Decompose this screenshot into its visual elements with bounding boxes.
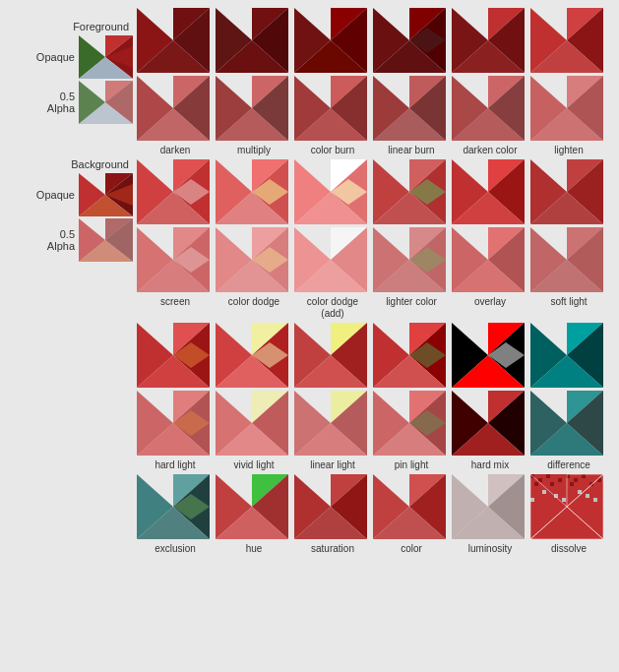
label-linearlight: linear light bbox=[310, 459, 355, 470]
blend-multiply bbox=[216, 8, 292, 75]
blend-row-group-2: screen color dodge color dodge (add) lig… bbox=[137, 159, 615, 323]
blend-screen-alpha bbox=[137, 227, 214, 294]
fg-opaque-arrow: fg opaque bbox=[79, 35, 133, 79]
blend-linearburn-alpha bbox=[373, 76, 450, 143]
bg-alpha-arrow bbox=[79, 218, 133, 262]
label-color: color bbox=[401, 543, 422, 554]
blend-overlay-alpha bbox=[452, 227, 528, 294]
label-vividlight: vivid light bbox=[233, 459, 274, 470]
blend-softlight-alpha bbox=[530, 227, 607, 294]
svg-rect-209 bbox=[589, 482, 593, 486]
label-hardmix: hard mix bbox=[471, 459, 509, 470]
label-dissolve: dissolve bbox=[551, 543, 587, 554]
svg-rect-215 bbox=[530, 498, 534, 502]
blend-darken bbox=[137, 8, 214, 75]
blend-hardlight-alpha bbox=[137, 391, 214, 458]
blend-row-group-4: exclusion hue saturation color luminosit… bbox=[137, 474, 615, 554]
label-colorburn: color burn bbox=[311, 145, 354, 155]
blend-lightercolor-alpha bbox=[373, 227, 450, 294]
label-hardlight: hard light bbox=[155, 459, 195, 470]
svg-rect-205 bbox=[566, 474, 570, 478]
svg-rect-204 bbox=[558, 478, 562, 482]
blend-overlay bbox=[452, 159, 528, 226]
label-difference: difference bbox=[547, 459, 590, 470]
blend-row-group-3: hard light vivid light linear light pin … bbox=[137, 323, 615, 474]
blend-colordodge-alpha bbox=[216, 227, 292, 294]
blend-linearlight bbox=[294, 323, 371, 390]
svg-rect-214 bbox=[586, 494, 589, 498]
label-screen: screen bbox=[160, 296, 190, 307]
fg-alpha-arrow bbox=[79, 81, 133, 124]
foreground-label: Foreground bbox=[73, 21, 129, 32]
blend-dissolve bbox=[530, 474, 607, 541]
label-linearburn: linear burn bbox=[388, 145, 434, 155]
blend-difference-alpha bbox=[530, 391, 607, 458]
blend-linearlight-alpha bbox=[294, 391, 371, 458]
background-label: Background bbox=[71, 158, 129, 170]
blend-colorburn bbox=[294, 8, 371, 75]
blend-darken-alpha bbox=[137, 76, 214, 143]
blend-lighten bbox=[530, 8, 607, 75]
blend-vividlight-alpha bbox=[216, 391, 292, 458]
label-multiply: multiply bbox=[237, 145, 271, 155]
svg-rect-207 bbox=[570, 482, 574, 486]
blend-grid: darken multiply color burn linear burn d… bbox=[137, 8, 615, 664]
label-colordodgeadd: color dodge (add) bbox=[307, 296, 358, 319]
svg-rect-213 bbox=[578, 490, 582, 494]
label-darken: darken bbox=[160, 145, 191, 155]
blend-hardmix-alpha bbox=[452, 391, 528, 458]
blend-linearburn bbox=[373, 8, 450, 75]
label-saturation: saturation bbox=[311, 543, 354, 554]
label-overlay: overlay bbox=[474, 296, 506, 307]
label-lighten: lighten bbox=[554, 145, 583, 155]
svg-rect-203 bbox=[550, 482, 554, 486]
svg-rect-202 bbox=[546, 474, 550, 478]
blend-pinlight bbox=[373, 323, 450, 390]
blend-hardlight bbox=[137, 323, 214, 390]
label-pinlight: pin light bbox=[395, 459, 428, 470]
svg-rect-216 bbox=[562, 498, 566, 502]
label-hue: hue bbox=[246, 543, 263, 554]
blend-screen bbox=[137, 159, 214, 226]
blend-colordodgeadd-alpha bbox=[294, 227, 371, 294]
blend-row-group-1: darken multiply color burn linear burn d… bbox=[137, 8, 615, 159]
label-colordodge: color dodge bbox=[228, 296, 279, 307]
blend-lightercolor bbox=[373, 159, 450, 226]
blend-saturation bbox=[294, 474, 371, 541]
blend-luminosity bbox=[452, 474, 528, 541]
blend-darkencolor bbox=[452, 8, 528, 75]
blend-exclusion bbox=[137, 474, 214, 541]
label-lightercolor: lighter color bbox=[386, 296, 437, 307]
blend-vividlight bbox=[216, 323, 292, 390]
blend-hardmix bbox=[452, 323, 528, 390]
label-darkencolor: darken color bbox=[463, 145, 517, 155]
label-luminosity: luminosity bbox=[468, 543, 512, 554]
label-exclusion: exclusion bbox=[155, 543, 196, 554]
svg-rect-217 bbox=[593, 498, 597, 502]
blend-softlight bbox=[530, 159, 607, 226]
svg-rect-206 bbox=[574, 478, 578, 482]
fg-opaque-label: Opaque bbox=[36, 51, 75, 63]
bg-alpha-label: 0.5Alpha bbox=[47, 228, 75, 252]
left-panel: Foreground Opaque fg opaque 0.5Alpha bbox=[4, 8, 137, 664]
blend-color bbox=[373, 474, 450, 541]
svg-rect-201 bbox=[534, 482, 538, 486]
blend-pinlight-alpha bbox=[373, 391, 450, 458]
svg-rect-211 bbox=[542, 490, 546, 494]
fg-alpha-label: 0.5Alpha bbox=[47, 91, 75, 114]
blend-colorburn-alpha bbox=[294, 76, 371, 143]
blend-colordodge bbox=[216, 159, 292, 226]
label-softlight: soft light bbox=[550, 296, 587, 307]
blend-lighten-alpha bbox=[530, 76, 607, 143]
blend-multiply-alpha bbox=[216, 76, 292, 143]
svg-rect-208 bbox=[582, 474, 586, 478]
blend-darkencolor-alpha bbox=[452, 76, 528, 143]
blend-hue bbox=[216, 474, 292, 541]
bg-opaque-arrow bbox=[79, 173, 133, 216]
blend-colordodgeadd bbox=[294, 159, 371, 226]
bg-opaque-label: Opaque bbox=[36, 189, 75, 201]
blend-difference bbox=[530, 323, 607, 390]
